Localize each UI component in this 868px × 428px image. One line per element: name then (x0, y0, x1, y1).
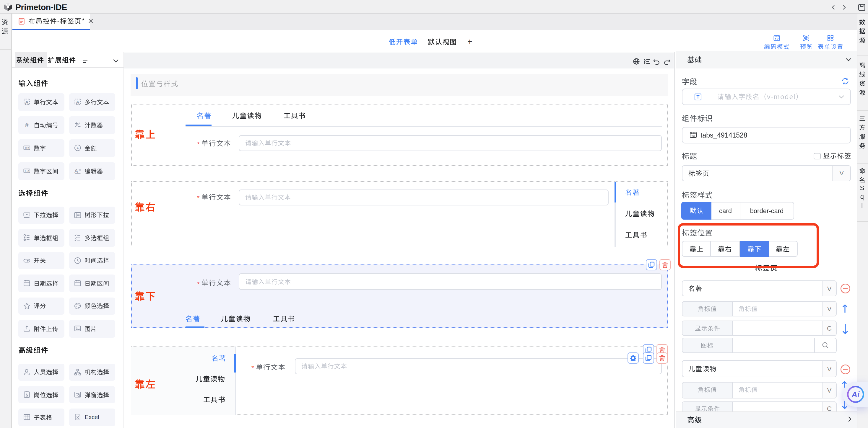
svg-text:1~3: 1~3 (24, 170, 29, 173)
svg-text:A: A (75, 99, 79, 104)
svg-text:#: # (25, 121, 29, 129)
svg-text:Tab: Tab (691, 135, 695, 137)
svg-text:123: 123 (24, 147, 29, 150)
svg-text:A: A (74, 168, 78, 174)
svg-text:Ai: Ai (851, 390, 860, 399)
svg-text:¥: ¥ (76, 146, 79, 150)
svg-text:A: A (25, 99, 28, 104)
